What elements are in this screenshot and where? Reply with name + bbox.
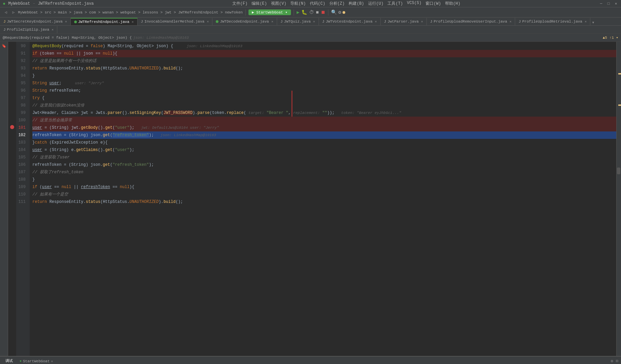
tab-icon: J (384, 20, 386, 24)
linenum-107: 107 (16, 169, 28, 176)
code-line-111: return ResponseEntity.status(HttpStatus.… (32, 198, 616, 206)
gutter-102 (8, 131, 16, 138)
linenum-108: 108 (16, 176, 28, 183)
menu-edit[interactable]: 编辑(E) (252, 1, 267, 6)
close-icon[interactable]: ✕ (132, 20, 134, 24)
tab-icon: J (141, 20, 143, 24)
menu-file[interactable]: 文件(F) (232, 1, 248, 6)
tab-profile-remove[interactable]: J ProfileUploadRemoveUserInput.java ✕ (427, 18, 515, 25)
gutter-110 (8, 190, 16, 198)
close-button[interactable]: ✕ (614, 1, 618, 6)
close-icon[interactable]: ✕ (52, 28, 54, 32)
code-line-100: // 这里当然会抛异常 (32, 117, 616, 124)
back-button[interactable]: ◁ (3, 9, 9, 15)
profile-button[interactable]: ⏱ (309, 10, 314, 15)
gutter-95 (8, 79, 16, 86)
linenum-95: 95 (16, 80, 28, 87)
code-line-99: Jwt<Header, Claims> jwt = Jwts.parser().… (32, 109, 616, 117)
left-sidebar: 🔖 (0, 42, 8, 356)
code-line-103: }catch (ExpiredJwtException e){ (32, 139, 616, 146)
close-icon[interactable]: ✕ (421, 20, 423, 24)
tab-profile-retrieval[interactable]: J ProfileUploadRetrieval.java ✕ (515, 18, 590, 25)
code-container: 90 91 92 93 94 95 96 97 98 99 100 101 10… (8, 42, 621, 356)
close-tab-icon[interactable]: ✕ (51, 359, 53, 363)
code-line-95: String user; user: "Jerry" (32, 80, 616, 87)
menu-vcs[interactable]: VCS(S) (407, 1, 421, 6)
warning-marker-2 (618, 104, 621, 106)
start-webgoat-button[interactable]: ▶ StartWebGoat ▾ (248, 9, 291, 15)
menu-code[interactable]: 代码(C) (310, 1, 325, 6)
tab-invocable-handler[interactable]: J InvocableHandlerMethod.java ✕ (138, 18, 213, 25)
tab-icon: J (322, 20, 325, 24)
code-lines[interactable]: @RequestBody(required = false) Map<Strin… (30, 42, 616, 356)
debug-tab[interactable]: 调试 (3, 357, 16, 364)
tab-profile-zipslip[interactable]: J ProfileZipSlip.java ✕ (0, 26, 57, 33)
close-icon[interactable]: ✕ (313, 20, 315, 24)
project-path: MyWebGoat > src > main > java > com > wa… (18, 10, 243, 14)
window-controls: ─ □ ✕ (599, 1, 618, 6)
close-icon[interactable]: ✕ (585, 20, 587, 24)
run-button[interactable]: ▶ (297, 9, 299, 15)
menu-tools[interactable]: 工具(T) (387, 1, 403, 6)
code-line-90: @RequestBody(required = false) Map<Strin… (32, 42, 616, 50)
menu-run[interactable]: 运行(U) (368, 1, 384, 6)
tab-jwt-refresh[interactable]: JWTRefreshEndpoint.java ✕ (71, 18, 138, 25)
gutter-111 (8, 198, 16, 205)
maximize-button[interactable]: □ (606, 1, 611, 6)
tab-label: InvocableHandlerMethod.java (144, 20, 204, 24)
scrollbar-thumb[interactable] (617, 168, 620, 174)
tab-jwt-quiz[interactable]: J JWTQuiz.java ✕ (277, 18, 319, 25)
menu-help[interactable]: 帮助(H) (445, 1, 461, 6)
tab-label: JWTDecodeEndpoint.java (220, 20, 269, 24)
gutter-104 (8, 146, 16, 153)
tab-label: JWTQuiz.java (284, 20, 310, 24)
running-dot: ● (20, 359, 22, 363)
title-bar: ● MyWebGoat – JWTRefreshEndpoint.java 文件… (0, 0, 621, 7)
menu-window[interactable]: 窗口(W) (425, 1, 441, 6)
close-icon[interactable]: ✕ (509, 20, 511, 24)
gutter-99 (8, 109, 16, 116)
start-webgoat-tab[interactable]: ● StartWebGoat ✕ (17, 357, 56, 364)
tab-jwt-decode[interactable]: JWTDecodeEndpoint.java ✕ (212, 18, 277, 25)
forward-button[interactable]: ▷ (10, 9, 17, 15)
debug-button[interactable]: 🐛 (301, 9, 307, 15)
menu-view[interactable]: 视图(V) (271, 1, 287, 6)
menu-build[interactable]: 构建(B) (349, 1, 364, 6)
minimize-button[interactable]: ─ (599, 1, 603, 6)
close-icon[interactable]: ✕ (375, 20, 377, 24)
tab-jwt-secret[interactable]: J JWTSecretKeyEndpoint.java ✕ (0, 18, 71, 25)
linenum-103: 103 (16, 139, 28, 146)
warning-marker-1 (618, 73, 621, 74)
warning-count: ▲5 ↑1 ▾ (603, 35, 618, 40)
separator-2 (294, 9, 294, 16)
tab-jwt-parser[interactable]: J JwtParser.java ✕ (381, 18, 427, 25)
tab-jwt-votes[interactable]: J JWTVotesEndpoint.java ✕ (319, 18, 381, 25)
stop-button[interactable]: ■ (316, 10, 319, 15)
tab-icon: J (3, 28, 6, 32)
tab-dot-green (216, 20, 218, 23)
debug-tab-label: 调试 (5, 358, 13, 363)
code-line-110: // 如果有一个是空 (32, 191, 616, 198)
settings-icon[interactable]: ⚙ (611, 359, 613, 364)
file-tabs-row-2: J ProfileZipSlip.java ✕ (0, 26, 621, 34)
settings-button[interactable]: ⚙ (338, 9, 341, 15)
right-scrollbar[interactable] (616, 42, 621, 356)
stop-button-red[interactable]: ⏹ (321, 10, 325, 15)
menu-analyze[interactable]: 分析(Z) (329, 1, 345, 6)
bookmark-icon[interactable]: 🔖 (1, 43, 7, 49)
search-button[interactable]: 🔍 (331, 9, 337, 15)
close-icon[interactable]: ✕ (207, 20, 209, 24)
linenum-102: 102 (16, 131, 28, 139)
maximize-icon[interactable]: ⊡ (616, 359, 618, 364)
close-icon[interactable]: ✕ (65, 20, 67, 24)
editor-area[interactable]: 90 91 92 93 94 95 96 97 98 99 100 101 10… (8, 42, 621, 356)
close-icon[interactable]: ✕ (271, 20, 273, 24)
gutter-107 (8, 168, 16, 175)
linenum-111: 111 (16, 198, 28, 206)
linenum-109: 109 (16, 183, 28, 191)
breadcrumb-text: @RequestBody(required = false) Map<Strin… (3, 36, 132, 40)
menu-nav[interactable]: 导航(N) (290, 1, 306, 6)
more-tabs-button[interactable]: ▾ (592, 20, 594, 25)
bottom-toolbar-right: ⚙ ⊡ (611, 359, 618, 364)
gutter-108 (8, 175, 16, 183)
